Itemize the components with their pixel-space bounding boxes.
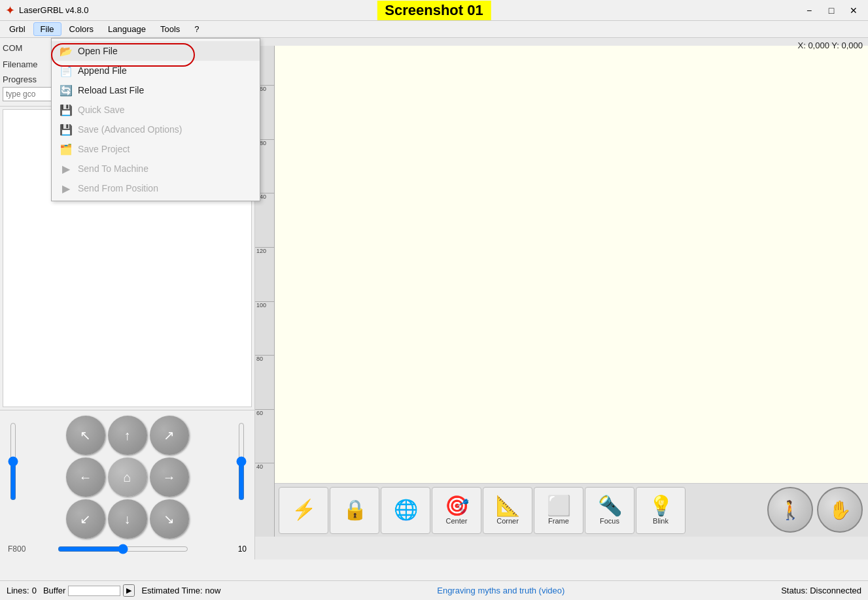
status-label: Status:	[781, 586, 807, 595]
menu-tools[interactable]: Tools	[154, 23, 186, 35]
append-file-icon: 📄	[60, 64, 73, 77]
status-middle-text: Engraving myths and truth (video)	[227, 586, 774, 595]
send-machine-icon: ▶	[60, 162, 73, 175]
canvas-coordinates: X: 0,000 Y: 0,000	[797, 41, 863, 50]
buffer-button[interactable]: ▶	[123, 584, 135, 597]
tool-laser-button[interactable]: ⚡	[279, 487, 328, 534]
frame-label: Frame	[548, 517, 569, 525]
menu-language[interactable]: Language	[101, 23, 152, 35]
tool-corner-button[interactable]: 📐 Corner	[483, 487, 532, 534]
menu-append-file[interactable]: 📄 Append File	[52, 61, 260, 80]
jog-area: ↖ ↑ ↗ ← ⌂ → ↙ ↓ ↘ F800 10	[0, 410, 254, 559]
lines-value: 0	[32, 586, 37, 595]
screenshot-title: Screenshot 01	[377, 1, 491, 20]
tool-lock-button[interactable]: 🔒	[330, 487, 379, 534]
menu-grbl[interactable]: Grbl	[3, 23, 32, 35]
reload-label: Reload Last File	[78, 85, 144, 95]
title-bar: ✦ LaserGRBL v4.8.0 Screenshot 01 − □ ✕	[0, 0, 868, 21]
send-machine-label: Send To Machine	[78, 163, 148, 174]
time-info: Estimated Time: now	[141, 586, 220, 595]
walk-button[interactable]: 🚶	[767, 487, 813, 533]
blink-icon: 💡	[649, 496, 673, 516]
menu-help[interactable]: ?	[188, 23, 205, 35]
time-label: Estimated Time:	[141, 586, 202, 595]
speed-slider[interactable]	[236, 422, 247, 501]
menu-colors[interactable]: Colors	[63, 23, 101, 35]
jog-grid: ↖ ↑ ↗ ← ⌂ → ↙ ↓ ↘	[66, 416, 189, 539]
jog-down-left-button[interactable]: ↙	[66, 499, 105, 539]
menu-send-from-position: ▶ Send From Position	[52, 178, 260, 198]
speed-row: F800 10	[3, 541, 252, 557]
jog-up-button[interactable]: ↑	[108, 416, 147, 455]
speed-value-display: 10	[220, 544, 247, 554]
minimize-button[interactable]: −	[800, 4, 818, 17]
speed-label-f: F800	[8, 544, 26, 554]
frame-icon: ⬜	[547, 496, 571, 516]
menu-quick-save: 💾 Quick Save	[52, 100, 260, 120]
menu-bar: Grbl File Colors Language Tools ?	[0, 21, 868, 38]
buffer-info: Buffer ▶	[43, 584, 135, 597]
save-project-label: Save Project	[78, 144, 130, 154]
corner-label: Corner	[496, 517, 519, 525]
quick-save-icon: 💾	[60, 103, 73, 116]
blink-label: Blink	[653, 517, 668, 525]
tool-focus-button[interactable]: 🔦 Focus	[585, 487, 634, 534]
jog-down-right-button[interactable]: ↘	[150, 499, 189, 539]
maximize-button[interactable]: □	[822, 4, 841, 17]
reload-icon: 🔄	[60, 84, 73, 97]
title-center: Screenshot 01	[377, 0, 491, 21]
menu-save-advanced: 💾 Save (Advanced Options)	[52, 120, 260, 139]
save-project-icon: 🗂️	[60, 142, 73, 156]
lines-info: Lines: 0	[7, 586, 37, 595]
work-canvas	[275, 46, 868, 537]
tool-frame-button[interactable]: ⬜ Frame	[534, 487, 583, 534]
center-icon: 🎯	[445, 496, 469, 516]
power-slider[interactable]	[8, 422, 18, 501]
file-dropdown: 📂 Open File 📄 Append File 🔄 Reload Last …	[51, 38, 260, 201]
open-file-icon: 📂	[60, 44, 73, 58]
append-file-label: Append File	[78, 65, 127, 76]
menu-file[interactable]: File	[33, 22, 61, 36]
save-advanced-icon: 💾	[60, 123, 73, 136]
jog-home-button[interactable]: ⌂	[108, 458, 147, 497]
lock-icon: 🔒	[343, 500, 367, 520]
jog-left-button[interactable]: ←	[66, 458, 105, 497]
focus-icon: 🔦	[598, 496, 622, 516]
send-position-label: Send From Position	[78, 183, 158, 193]
send-position-icon: ▶	[60, 182, 73, 195]
app-title: LaserGRBL v4.8.0	[19, 5, 88, 15]
lines-label: Lines:	[7, 586, 29, 595]
status-bar: Lines: 0 Buffer ▶ Estimated Time: now En…	[0, 580, 868, 600]
tool-globe-button[interactable]: 🌐	[381, 487, 430, 534]
buffer-display	[68, 586, 120, 596]
tool-blink-button[interactable]: 💡 Blink	[636, 487, 686, 534]
title-bar-left: ✦ LaserGRBL v4.8.0	[5, 3, 88, 18]
open-file-label: Open File	[78, 46, 118, 56]
laser-icon: ⚡	[292, 500, 316, 520]
jog-up-left-button[interactable]: ↖	[66, 416, 105, 455]
jog-down-button[interactable]: ↓	[108, 499, 147, 539]
jog-up-right-button[interactable]: ↗	[150, 416, 189, 455]
time-value: now	[205, 586, 221, 595]
status-value: Disconnected	[810, 586, 861, 595]
title-controls: − □ ✕	[800, 4, 863, 17]
corner-icon: 📐	[496, 496, 520, 516]
feed-rate-slider[interactable]	[58, 544, 188, 554]
jog-right-button[interactable]: →	[150, 458, 189, 497]
status-right: Status: Disconnected	[781, 586, 861, 595]
app-icon: ✦	[5, 3, 15, 18]
menu-save-project: 🗂️ Save Project	[52, 139, 260, 159]
com-label: COM	[3, 43, 48, 53]
menu-send-to-machine: ▶ Send To Machine	[52, 159, 260, 178]
menu-reload-last-file[interactable]: 🔄 Reload Last File	[52, 80, 260, 100]
close-button[interactable]: ✕	[844, 4, 863, 17]
right-buttons: 🚶 ✋	[767, 483, 868, 537]
stop-button[interactable]: ✋	[817, 487, 863, 533]
center-label: Center	[445, 517, 467, 525]
globe-icon: 🌐	[394, 500, 418, 520]
canvas-area: X: 0,000 Y: 0,000 160 180 140 120 100 80…	[255, 38, 868, 559]
tool-center-button[interactable]: 🎯 Center	[432, 487, 481, 534]
jog-row: ↖ ↑ ↗ ← ⌂ → ↙ ↓ ↘	[3, 413, 252, 541]
quick-save-label: Quick Save	[78, 105, 125, 115]
menu-open-file[interactable]: 📂 Open File	[52, 41, 260, 61]
